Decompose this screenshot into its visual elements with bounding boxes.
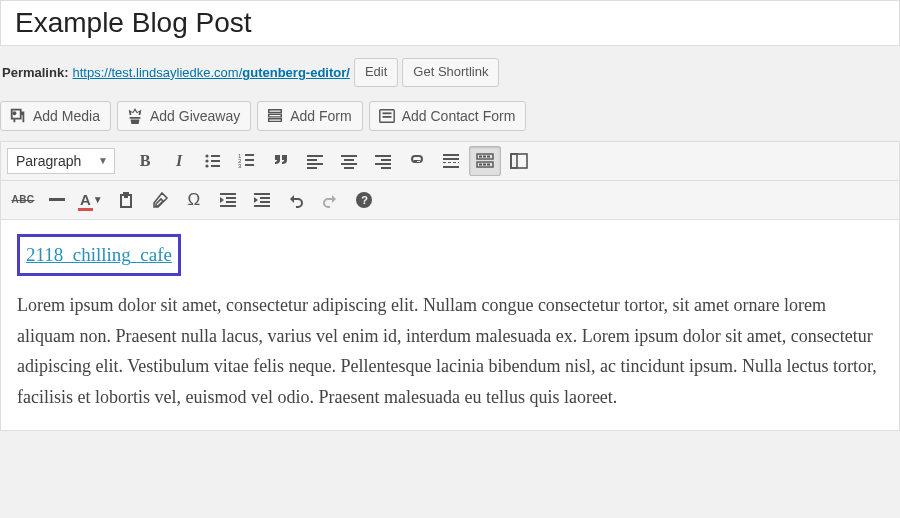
outdent-button[interactable] bbox=[212, 185, 244, 215]
permalink-link[interactable]: https://test.lindsayliedke.com/gutenberg… bbox=[72, 65, 349, 80]
svg-text:3: 3 bbox=[238, 163, 242, 169]
svg-rect-22 bbox=[341, 163, 357, 165]
clipboard-icon: T bbox=[116, 190, 136, 210]
shortcode-link[interactable]: 2118_chilling_cafe bbox=[26, 244, 172, 265]
toolbar-toggle-icon bbox=[475, 151, 495, 171]
bold-button[interactable]: B bbox=[129, 146, 161, 176]
italic-button[interactable]: I bbox=[163, 146, 195, 176]
align-left-button[interactable] bbox=[299, 146, 331, 176]
strikethrough-button[interactable]: ABC bbox=[7, 185, 39, 215]
svg-rect-46 bbox=[254, 193, 270, 195]
align-center-icon bbox=[339, 151, 359, 171]
editor-content[interactable]: 2118_chilling_cafe Lorem ipsum dolor sit… bbox=[1, 220, 899, 431]
add-contact-form-button[interactable]: Add Contact Form bbox=[369, 101, 527, 131]
form-icon bbox=[266, 107, 284, 125]
svg-rect-34 bbox=[487, 155, 490, 157]
svg-rect-29 bbox=[443, 158, 459, 160]
align-right-icon bbox=[373, 151, 393, 171]
align-left-icon bbox=[305, 151, 325, 171]
svg-rect-20 bbox=[341, 155, 357, 157]
add-media-button[interactable]: Add Media bbox=[0, 101, 111, 131]
redo-button[interactable] bbox=[314, 185, 346, 215]
post-title-text: Example Blog Post bbox=[15, 7, 885, 39]
svg-rect-40 bbox=[511, 154, 517, 168]
indent-icon bbox=[252, 190, 272, 210]
svg-rect-9 bbox=[211, 165, 220, 167]
help-icon: ? bbox=[354, 190, 374, 210]
post-title-input[interactable]: Example Blog Post bbox=[0, 0, 900, 46]
read-more-button[interactable] bbox=[435, 146, 467, 176]
svg-rect-42 bbox=[220, 193, 236, 195]
undo-button[interactable] bbox=[280, 185, 312, 215]
svg-rect-5 bbox=[211, 155, 220, 157]
fullscreen-button[interactable] bbox=[503, 146, 535, 176]
get-shortlink-button[interactable]: Get Shortlink bbox=[402, 58, 499, 87]
link-icon bbox=[407, 151, 427, 171]
svg-rect-28 bbox=[443, 154, 459, 156]
svg-rect-44 bbox=[226, 201, 236, 203]
svg-rect-30 bbox=[443, 166, 459, 168]
numbered-list-icon: 123 bbox=[237, 151, 257, 171]
svg-rect-18 bbox=[307, 163, 323, 165]
svg-rect-49 bbox=[254, 205, 270, 207]
svg-rect-45 bbox=[220, 205, 236, 207]
svg-rect-26 bbox=[375, 163, 391, 165]
add-form-button[interactable]: Add Form bbox=[257, 101, 362, 131]
svg-rect-47 bbox=[260, 197, 270, 199]
paragraph-text: Lorem ipsum dolor sit amet, consectetur … bbox=[17, 290, 883, 412]
svg-rect-38 bbox=[487, 163, 490, 165]
clear-formatting-button[interactable] bbox=[144, 185, 176, 215]
bullet-list-icon bbox=[203, 151, 223, 171]
redo-icon bbox=[320, 190, 340, 210]
shortcode-highlight: 2118_chilling_cafe bbox=[17, 234, 181, 276]
svg-point-8 bbox=[205, 164, 208, 167]
svg-text:T: T bbox=[124, 198, 129, 205]
format-select[interactable]: Paragraph bbox=[7, 148, 115, 174]
contact-form-icon bbox=[378, 107, 396, 125]
svg-point-0 bbox=[12, 111, 16, 115]
link-button[interactable] bbox=[401, 146, 433, 176]
svg-rect-23 bbox=[344, 167, 354, 169]
svg-text:?: ? bbox=[361, 194, 368, 206]
align-center-button[interactable] bbox=[333, 146, 365, 176]
horizontal-rule-button[interactable] bbox=[41, 185, 73, 215]
svg-rect-17 bbox=[307, 159, 317, 161]
toolbar-toggle-button[interactable] bbox=[469, 146, 501, 176]
svg-rect-39 bbox=[511, 154, 527, 168]
svg-rect-43 bbox=[226, 197, 236, 199]
paste-text-button[interactable]: T bbox=[110, 185, 142, 215]
svg-rect-33 bbox=[483, 155, 486, 157]
add-giveaway-button[interactable]: Add Giveaway bbox=[117, 101, 251, 131]
svg-rect-25 bbox=[381, 159, 391, 161]
permalink-row: Permalink: https://test.lindsayliedke.co… bbox=[0, 54, 900, 101]
blockquote-button[interactable] bbox=[265, 146, 297, 176]
fullscreen-icon bbox=[509, 151, 529, 171]
svg-rect-21 bbox=[344, 159, 354, 161]
giveaway-icon bbox=[126, 107, 144, 125]
quote-icon bbox=[271, 151, 291, 171]
toolbar-row-2: ABC A▼ T Ω ? bbox=[1, 181, 899, 220]
svg-rect-11 bbox=[245, 154, 254, 156]
special-char-button[interactable]: Ω bbox=[178, 185, 210, 215]
permalink-label: Permalink: bbox=[2, 65, 68, 80]
svg-point-4 bbox=[205, 154, 208, 157]
numbered-list-button[interactable]: 123 bbox=[231, 146, 263, 176]
undo-icon bbox=[286, 190, 306, 210]
media-buttons-row: Add Media Add Giveaway Add Form Add Cont… bbox=[0, 101, 900, 141]
svg-rect-13 bbox=[245, 159, 254, 161]
bullet-list-button[interactable] bbox=[197, 146, 229, 176]
align-right-button[interactable] bbox=[367, 146, 399, 176]
edit-permalink-button[interactable]: Edit bbox=[354, 58, 398, 87]
help-button[interactable]: ? bbox=[348, 185, 380, 215]
svg-rect-2 bbox=[382, 112, 391, 114]
svg-rect-15 bbox=[245, 164, 254, 166]
svg-rect-19 bbox=[307, 167, 317, 169]
indent-button[interactable] bbox=[246, 185, 278, 215]
editor-panel: Paragraph B I 123 bbox=[0, 141, 900, 432]
svg-rect-3 bbox=[382, 116, 391, 118]
toolbar-row-1: Paragraph B I 123 bbox=[1, 142, 899, 181]
text-color-button[interactable]: A▼ bbox=[75, 185, 108, 215]
svg-point-6 bbox=[205, 159, 208, 162]
svg-rect-37 bbox=[483, 163, 486, 165]
read-more-icon bbox=[441, 151, 461, 171]
